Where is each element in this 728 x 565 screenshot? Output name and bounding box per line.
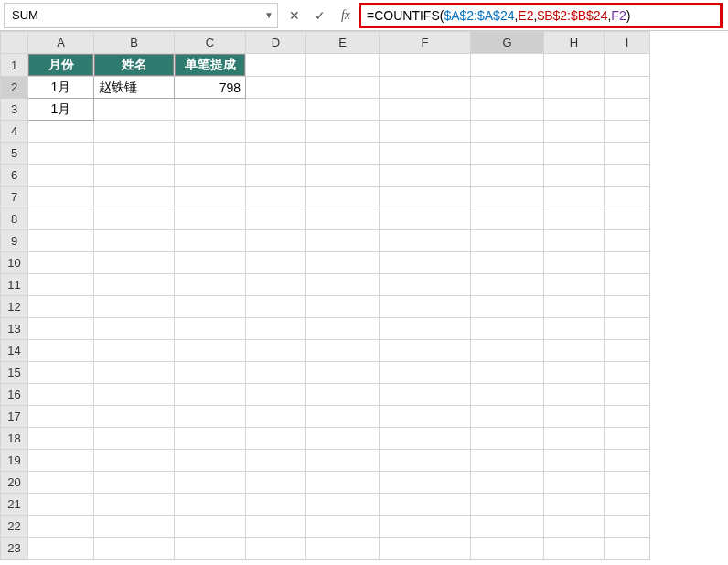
cell[interactable] xyxy=(28,384,93,405)
cell[interactable] xyxy=(94,450,174,471)
cell[interactable] xyxy=(246,187,305,208)
cell[interactable] xyxy=(380,143,470,164)
cell[interactable] xyxy=(605,187,649,208)
cell[interactable] xyxy=(544,252,604,273)
column-header-E[interactable]: E xyxy=(306,32,380,54)
table1-header[interactable]: 姓名 xyxy=(94,54,174,76)
column-header-C[interactable]: C xyxy=(175,32,246,54)
cell[interactable] xyxy=(380,362,470,383)
row-header[interactable]: 5 xyxy=(1,143,28,165)
cell[interactable] xyxy=(28,450,93,471)
cell[interactable] xyxy=(306,538,379,559)
row-header[interactable]: 23 xyxy=(1,538,28,560)
cell[interactable] xyxy=(175,538,245,559)
cell[interactable] xyxy=(380,165,470,186)
cell[interactable] xyxy=(544,143,604,164)
cell[interactable] xyxy=(94,230,174,251)
row-header[interactable]: 11 xyxy=(1,274,28,296)
cell[interactable] xyxy=(306,77,379,98)
cell[interactable] xyxy=(380,340,470,361)
cell[interactable] xyxy=(471,406,543,427)
cell[interactable] xyxy=(306,384,379,405)
cell[interactable] xyxy=(471,77,543,98)
cell[interactable] xyxy=(246,406,305,427)
cell[interactable] xyxy=(175,516,245,537)
cell[interactable] xyxy=(471,121,543,142)
cell[interactable] xyxy=(306,121,379,142)
cell[interactable] xyxy=(380,516,470,537)
cell[interactable] xyxy=(605,318,649,339)
cell[interactable] xyxy=(544,77,604,98)
row-header[interactable]: 20 xyxy=(1,472,28,494)
cell[interactable] xyxy=(94,472,174,493)
cell[interactable] xyxy=(544,384,604,405)
fx-icon[interactable]: fx xyxy=(333,3,359,28)
table1-header[interactable]: 单笔提成 xyxy=(175,54,245,76)
row-header[interactable]: 2 xyxy=(1,77,28,99)
cell[interactable] xyxy=(544,450,604,471)
cell[interactable] xyxy=(605,230,649,251)
cell[interactable] xyxy=(380,121,470,142)
name-box[interactable]: SUM ▼ xyxy=(4,3,278,28)
cell[interactable] xyxy=(544,274,604,295)
cell[interactable] xyxy=(246,230,305,251)
cell[interactable] xyxy=(544,121,604,142)
cell[interactable] xyxy=(94,143,174,164)
cell[interactable] xyxy=(605,406,649,427)
cell[interactable] xyxy=(28,208,93,229)
cell[interactable] xyxy=(306,472,379,493)
cell[interactable] xyxy=(306,208,379,229)
cell[interactable] xyxy=(175,230,245,251)
cell[interactable] xyxy=(380,252,470,273)
formula-input[interactable]: =COUNTIFS($A$2:$A$24,E2,$B$2:$B$24,F2) xyxy=(359,3,723,28)
cell[interactable] xyxy=(246,54,305,76)
cell[interactable] xyxy=(471,165,543,186)
cell[interactable] xyxy=(28,274,93,295)
cell[interactable] xyxy=(605,208,649,229)
chevron-down-icon[interactable]: ▼ xyxy=(264,10,273,20)
cell[interactable] xyxy=(306,54,379,76)
column-header-B[interactable]: B xyxy=(94,32,175,54)
cell[interactable] xyxy=(380,538,470,559)
cell[interactable] xyxy=(28,121,93,142)
cell[interactable] xyxy=(544,516,604,537)
cell[interactable] xyxy=(380,494,470,515)
row-header[interactable]: 7 xyxy=(1,187,28,208)
cell[interactable] xyxy=(605,472,649,493)
cell[interactable] xyxy=(94,406,174,427)
cell[interactable] xyxy=(380,296,470,317)
cell[interactable] xyxy=(94,187,174,208)
cell[interactable] xyxy=(380,318,470,339)
cell[interactable] xyxy=(175,340,245,361)
cell[interactable] xyxy=(471,516,543,537)
cell[interactable] xyxy=(471,230,543,251)
cell[interactable] xyxy=(471,494,543,515)
cell[interactable] xyxy=(306,165,379,186)
row-header[interactable]: 8 xyxy=(1,208,28,230)
cell[interactable] xyxy=(306,187,379,208)
cell[interactable] xyxy=(175,165,245,186)
cell[interactable] xyxy=(544,54,604,76)
cell[interactable] xyxy=(471,99,543,120)
cell[interactable] xyxy=(544,318,604,339)
cell[interactable] xyxy=(471,54,543,76)
cell[interactable] xyxy=(246,77,305,98)
cell[interactable] xyxy=(94,384,174,405)
cell[interactable] xyxy=(306,494,379,515)
cell[interactable] xyxy=(380,406,470,427)
cell[interactable] xyxy=(94,428,174,449)
cell[interactable] xyxy=(94,538,174,559)
enter-formula-button[interactable]: ✓ xyxy=(307,3,333,28)
cell[interactable] xyxy=(306,340,379,361)
cell[interactable] xyxy=(246,362,305,383)
cell[interactable] xyxy=(471,318,543,339)
cell[interactable] xyxy=(380,54,470,76)
cell[interactable] xyxy=(471,296,543,317)
table1-amount[interactable]: 798 xyxy=(175,77,245,98)
row-header[interactable]: 19 xyxy=(1,450,28,472)
cell[interactable] xyxy=(380,77,470,98)
cell[interactable] xyxy=(380,187,470,208)
cell[interactable] xyxy=(471,428,543,449)
cell[interactable] xyxy=(605,165,649,186)
cell[interactable] xyxy=(471,208,543,229)
